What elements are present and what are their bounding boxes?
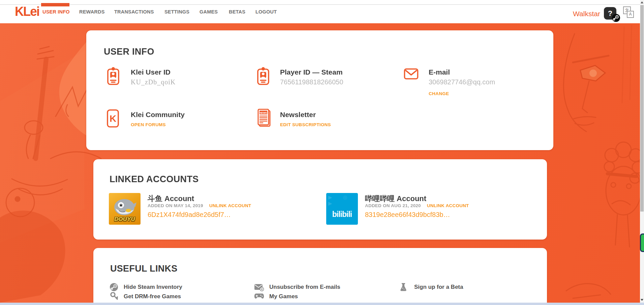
tab-user-info[interactable]: USER INFO (42, 9, 70, 15)
newsletter-label: Newsletter (280, 111, 316, 119)
klei-account-page: KLei USER INFO REWARDS TRANSACTIONS SETT… (0, 0, 644, 305)
bilibili-added-text: ADDED ON AUG 21, 2020 (365, 203, 421, 208)
klei-logo[interactable]: KLei (15, 4, 39, 19)
bilibili-added-date: ADDED ON AUG 21, 2020UNLINK ACCOUNT (365, 203, 469, 208)
edit-subscriptions-link[interactable]: EDIT SUBSCRIPTIONS (280, 122, 331, 127)
email-value: 3069827746@qq.com (429, 78, 495, 86)
linked-accounts-card: LINKED ACCOUNTS DOUYU 斗鱼 Account ADDED O… (93, 159, 547, 240)
useful-links-title: USEFUL LINKS (110, 264, 178, 274)
bilibili-logo-pattern: ▶ ◎ ▶ (328, 194, 358, 206)
vertical-scrollbar[interactable] (640, 0, 644, 303)
translate-icon[interactable]: 文 A (623, 6, 634, 19)
steam-badge-icon (612, 14, 620, 22)
svg-text:NEWS: NEWS (260, 112, 267, 114)
bilibili-account-hash[interactable]: 8319e28ee66f43d9bcf83b… (365, 211, 450, 219)
envelope-icon (404, 68, 419, 80)
tab-games[interactable]: GAMES (200, 9, 218, 15)
vertical-scrollbar-thumb[interactable] (640, 5, 644, 212)
bilibili-logo-text: bilibili (326, 210, 358, 219)
klei-community-label: Klei Community (131, 111, 185, 119)
tab-rewards[interactable]: REWARDS (79, 9, 105, 15)
tab-logout[interactable]: LOGOUT (255, 9, 277, 15)
bilibili-logo: ▶ ◎ ▶ bilibili (326, 193, 358, 225)
change-email-link[interactable]: CHANGE (429, 91, 449, 96)
scroll-down-arrow-icon[interactable] (641, 299, 643, 301)
mail-unsubscribe-icon (254, 283, 264, 292)
svg-text:K: K (110, 113, 116, 124)
tab-betas[interactable]: BETAS (229, 9, 245, 15)
id-badge-icon (106, 66, 120, 86)
douyu-unlink-link[interactable]: UNLINK ACCOUNT (209, 203, 251, 208)
klei-community-icon: K (106, 109, 119, 128)
useful-links-card: USEFUL LINKS Hide Steam Inventory Get DR… (93, 248, 547, 305)
player-id-label: Player ID — Steam (280, 68, 343, 76)
beta-flask-icon (400, 283, 407, 292)
linked-accounts-title: LINKED ACCOUNTS (110, 174, 199, 185)
username-link[interactable]: Walkstar (573, 10, 600, 18)
steam-icon (110, 283, 118, 292)
unsubscribe-emails-link[interactable]: Unsubscribe from E-mails (269, 284, 340, 290)
id-badge-icon (256, 66, 270, 86)
player-id-value: 76561198818266050 (280, 78, 343, 86)
tab-transactions[interactable]: TRANSACTIONS (114, 9, 154, 15)
tab-settings[interactable]: SETTINGS (164, 9, 189, 15)
open-forums-link[interactable]: OPEN FORUMS (131, 122, 166, 127)
my-games-link[interactable]: My Games (269, 293, 298, 300)
newsletter-icon: NEWS (256, 108, 271, 128)
klei-user-id-value: KU_zDb_qoiK (131, 78, 176, 86)
scroll-up-arrow-icon[interactable] (641, 1, 643, 3)
active-tab-indicator (41, 3, 69, 6)
sign-up-beta-link[interactable]: Sign up for a Beta (414, 284, 463, 290)
douyu-added-date: ADDED ON MAY 14, 2019UNLINK ACCOUNT (148, 203, 251, 208)
email-label: E-mail (429, 68, 450, 76)
floating-widget-handle[interactable] (640, 233, 644, 252)
douyu-account-name: 斗鱼 Account (148, 194, 194, 204)
bilibili-account-name: 哔哩哔哩 Account (365, 194, 426, 204)
bilibili-unlink-link[interactable]: UNLINK ACCOUNT (427, 203, 469, 208)
user-info-card: USER INFO Klei User ID KU_zDb_qoiK Playe… (86, 30, 553, 150)
horizontal-scrollbar[interactable] (0, 303, 644, 305)
translate-front-glyph: A (627, 11, 634, 18)
nav-top-border (0, 4, 640, 5)
get-drm-free-games-link[interactable]: Get DRM-free Games (124, 293, 181, 300)
klei-user-id-label: Klei User ID (131, 68, 171, 76)
douyu-logo: DOUYU (109, 193, 141, 225)
key-icon (110, 292, 118, 301)
hide-steam-inventory-link[interactable]: Hide Steam Inventory (124, 284, 182, 290)
douyu-logo-text: DOUYU (109, 216, 141, 223)
top-nav-bar: KLei USER INFO REWARDS TRANSACTIONS SETT… (0, 0, 640, 23)
douyu-added-text: ADDED ON MAY 14, 2019 (148, 203, 203, 208)
gamepad-icon (254, 293, 264, 300)
douyu-account-hash[interactable]: 6Dz1X474fd9ad8e26d5f7… (148, 211, 231, 219)
user-info-title: USER INFO (104, 47, 154, 57)
